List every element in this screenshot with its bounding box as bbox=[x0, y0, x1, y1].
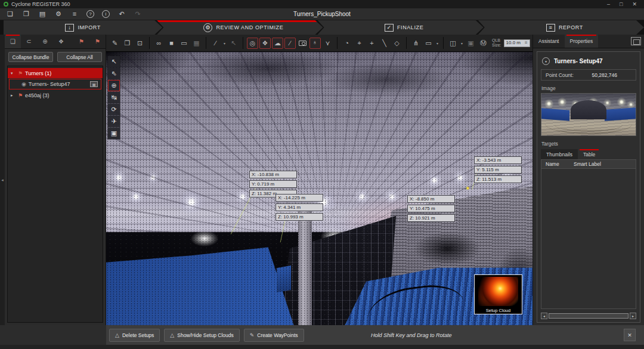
tab-thumbnails[interactable]: Thumbnails bbox=[541, 149, 578, 159]
minimize-button[interactable]: – bbox=[607, 1, 610, 7]
fly-tool[interactable]: ✈ bbox=[108, 116, 120, 127]
tab-import[interactable]: ↓ IMPORT bbox=[4, 20, 162, 35]
tripod-icon: △ bbox=[170, 332, 174, 338]
setup-image-icon[interactable]: ▦ bbox=[90, 81, 98, 87]
collapse-bundle-button[interactable]: Collapse Bundle bbox=[8, 52, 53, 62]
setup-walk-icon[interactable]: ⋔ bbox=[410, 38, 422, 49]
filter-icon[interactable]: ⋎ bbox=[322, 38, 333, 49]
targets-table-body[interactable] bbox=[541, 169, 636, 308]
tree-item-turners-bundle[interactable]: ▾ ⚑ Turners (1) bbox=[8, 68, 103, 78]
sidebar-tab-bundles[interactable]: ❏ bbox=[5, 35, 21, 48]
info-icon[interactable]: i bbox=[102, 10, 110, 18]
cube-slice-icon[interactable]: ▣ bbox=[465, 38, 476, 49]
pano-image-thumbnail[interactable] bbox=[541, 93, 636, 136]
cube-dropdown-caret[interactable]: ▾ bbox=[460, 41, 464, 45]
look-around-tool[interactable]: ⟳ bbox=[108, 104, 120, 115]
show-geotags-toggle[interactable]: ♀ bbox=[309, 38, 321, 49]
scrollbar-thumb[interactable] bbox=[549, 313, 628, 319]
tab-finalize[interactable]: ✓ FINALIZE bbox=[318, 20, 484, 35]
qlb-size-control: QLB Size: 10.0 m ≡ bbox=[492, 38, 530, 48]
sidebar-collapse-handle[interactable]: ◂ bbox=[0, 35, 5, 325]
review-icon: ⚙ bbox=[203, 23, 212, 32]
fence-dropdown-caret[interactable]: ▾ bbox=[435, 41, 439, 45]
setup-cloud-inset[interactable]: Setup Cloud bbox=[474, 274, 522, 314]
tab-report-label: REPORT bbox=[559, 24, 583, 30]
cube-view-icon[interactable]: ◫ bbox=[447, 38, 459, 49]
scroll-right-icon[interactable]: ▸ bbox=[630, 313, 636, 319]
delete-setups-button[interactable]: △ Delete Setups bbox=[109, 329, 160, 342]
pie-slice-icon[interactable]: ◔ bbox=[341, 38, 352, 49]
project-sidebar: ❏ ⊂ ⊕ ❖ ⚑ ⚑ Collapse Bundle Collapse All… bbox=[5, 35, 106, 325]
cube-m-icon[interactable]: Ⓜ bbox=[478, 38, 489, 49]
setup-name: Turners- Setup47 bbox=[554, 58, 603, 64]
bundle-view-1-button[interactable]: ⚑ bbox=[73, 35, 89, 48]
merge-clouds-icon[interactable]: ∞ bbox=[153, 38, 165, 49]
sidebar-tab-sites[interactable]: ⊕ bbox=[37, 35, 53, 48]
caret-down-icon[interactable]: ▾ bbox=[11, 71, 16, 76]
fit-width-tool[interactable]: ↹ bbox=[108, 92, 120, 103]
point-select-tool[interactable]: ⇖ bbox=[108, 68, 120, 79]
settings-gear-icon[interactable]: ⚙ bbox=[54, 11, 63, 17]
geo-pin-icon[interactable]: ⌖ bbox=[354, 38, 365, 49]
select-tool[interactable]: ↖ bbox=[108, 56, 120, 67]
show-targets-toggle[interactable]: ◎ bbox=[247, 38, 258, 49]
help-icon[interactable]: ? bbox=[86, 10, 94, 18]
sidebar-tab-tags[interactable]: ❖ bbox=[53, 35, 69, 48]
box-views-icon[interactable]: ◇ bbox=[391, 38, 402, 49]
undo-icon[interactable]: ↶ bbox=[117, 11, 126, 17]
database-icon[interactable]: ≡ bbox=[70, 11, 79, 17]
qlb-slider-icon[interactable]: ≡ bbox=[525, 40, 528, 45]
annotate-icon[interactable]: ✎ bbox=[109, 38, 120, 49]
show-images-toggle[interactable] bbox=[297, 38, 308, 49]
show-labels-toggle[interactable]: ❖ bbox=[259, 38, 271, 49]
tree-item-e450aj-bundle[interactable]: ▸ ⚑ e450aj (3) bbox=[8, 90, 103, 100]
cyclone-register-360-window: Cyclone REGISTER 360 – □ ✕ ❏ ❐ ▤ ⚙ ≡ ? i… bbox=[0, 0, 644, 349]
show-hide-setup-clouds-button[interactable]: △ Show/Hide Setup Clouds bbox=[164, 329, 239, 342]
tree-item-turners-setup47[interactable]: ◉ Turners- Setup47 ▦ bbox=[9, 79, 101, 89]
tab-properties[interactable]: Properties bbox=[565, 35, 599, 48]
measure-dropdown-caret[interactable]: ▾ bbox=[222, 41, 227, 45]
column-name: Name bbox=[541, 161, 574, 167]
bundle-flag-icon: ⚑ bbox=[79, 38, 84, 45]
tab-table[interactable]: Table bbox=[578, 149, 600, 159]
tab-report[interactable]: ≡ REPORT bbox=[478, 20, 644, 35]
bundle-view-2-button[interactable]: ⚑ bbox=[89, 35, 106, 48]
duplicate-stack-icon[interactable]: ❐ bbox=[122, 38, 133, 49]
recent-projects-icon[interactable]: ❐ bbox=[22, 11, 30, 17]
move-axes-icon[interactable]: + bbox=[366, 38, 377, 49]
show-measurements-toggle[interactable]: ∕ bbox=[284, 38, 296, 49]
tripod-icon: △ bbox=[115, 332, 119, 338]
map-pin-icon: ♀ bbox=[312, 39, 317, 47]
qlb-size-input[interactable]: 10.0 m ≡ bbox=[504, 39, 530, 47]
right-panel-tab-bar: Assistant Properties bbox=[533, 35, 644, 48]
target-marker[interactable]: * bbox=[466, 186, 469, 194]
dismiss-bar-button[interactable]: ✕ bbox=[624, 329, 636, 341]
pan-orbit-tool[interactable]: ⊕ bbox=[108, 80, 120, 91]
storage-card-icon[interactable]: ▤ bbox=[38, 11, 47, 17]
point-cloud-viewport[interactable]: X: -10.838 m Y: 0.719 m Z: 11.382 m X: -… bbox=[106, 52, 532, 325]
zoom-region-icon[interactable]: ⊡ bbox=[134, 38, 145, 49]
measure-tool-icon[interactable]: ∕ bbox=[210, 38, 221, 49]
detach-panel-icon[interactable] bbox=[631, 37, 641, 45]
tree-item-label: e450aj (3) bbox=[25, 92, 49, 98]
open-project-icon[interactable]: ❏ bbox=[6, 11, 14, 17]
caret-right-icon[interactable]: ▸ bbox=[11, 93, 16, 98]
scroll-left-icon[interactable]: ◂ bbox=[541, 313, 547, 319]
horizontal-scrollbar[interactable]: ◂ ▸ bbox=[541, 312, 636, 320]
tab-review-and-optimize[interactable]: ⚙ REVIEW AND OPTIMIZE bbox=[157, 20, 323, 35]
maximize-button[interactable]: □ bbox=[620, 1, 623, 7]
fence-select-icon[interactable]: ▭ bbox=[423, 38, 434, 49]
view-cube-tool[interactable]: ▣ bbox=[108, 128, 120, 139]
fill-view-icon[interactable]: ■ bbox=[166, 38, 177, 49]
pano-view-icon[interactable]: ▭ bbox=[178, 38, 190, 49]
pick-point-icon[interactable]: ↖ bbox=[228, 38, 239, 49]
create-waypoints-button[interactable]: ✎ Create WayPoints bbox=[244, 329, 304, 342]
tab-finalize-label: FINALIZE bbox=[397, 24, 423, 30]
close-button[interactable]: ✕ bbox=[632, 1, 637, 7]
sidebar-tab-links[interactable]: ⊂ bbox=[21, 35, 37, 48]
draw-line-icon[interactable]: ╲ bbox=[379, 38, 390, 49]
workflow-tab-bar: ↓ IMPORT ⚙ REVIEW AND OPTIMIZE ✓ FINALIZ… bbox=[0, 20, 644, 35]
tab-assistant[interactable]: Assistant bbox=[533, 35, 565, 48]
collapse-all-button[interactable]: Collapse All bbox=[57, 52, 102, 62]
show-clouds-toggle[interactable]: ☁ bbox=[272, 38, 283, 49]
